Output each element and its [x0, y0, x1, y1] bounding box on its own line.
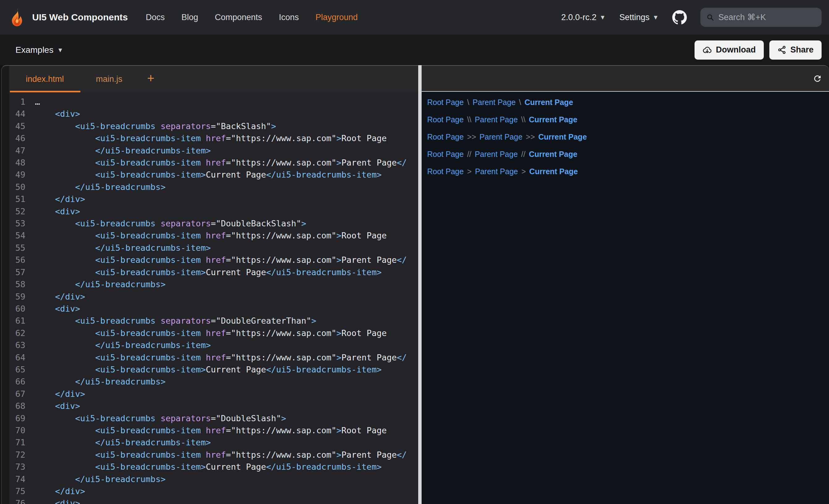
preview-toolbar — [422, 66, 829, 92]
download-button[interactable]: Download — [694, 40, 764, 60]
code-text: </div> — [35, 193, 85, 205]
line-number: 61 — [9, 315, 25, 327]
breadcrumb-link[interactable]: Root Page — [427, 132, 464, 142]
code-lines[interactable]: 1…44 <div>45 <ui5-breadcrumbs separators… — [9, 92, 418, 504]
download-label: Download — [716, 45, 756, 55]
line-number: 72 — [9, 449, 25, 461]
code-line: 69 <ui5-breadcrumbs separators="DoubleSl… — [9, 412, 418, 424]
code-line: 68 <div> — [9, 400, 418, 412]
code-text: </ui5-breadcrumbs> — [35, 473, 166, 485]
search-icon — [707, 13, 714, 22]
code-line: 61 <ui5-breadcrumbs separators="DoubleGr… — [9, 315, 418, 327]
line-number: 55 — [9, 242, 25, 254]
breadcrumb-link[interactable]: Parent Page — [479, 132, 522, 142]
breadcrumb-separator: > — [467, 167, 472, 176]
nav-item-playground[interactable]: Playground — [316, 13, 358, 22]
nav-item-components[interactable]: Components — [215, 13, 262, 22]
breadcrumb-link[interactable]: Parent Page — [475, 115, 518, 124]
breadcrumb-link[interactable]: Parent Page — [475, 167, 518, 176]
breadcrumb-link[interactable]: Parent Page — [475, 150, 518, 159]
line-number: 46 — [9, 132, 25, 144]
code-line: 52 <div> — [9, 205, 418, 218]
nav-item-blog[interactable]: Blog — [181, 13, 198, 22]
breadcrumb-separator: \ — [519, 98, 521, 107]
line-number: 76 — [9, 497, 25, 504]
line-number: 75 — [9, 485, 25, 497]
line-number: 56 — [9, 254, 25, 266]
code-line: 54 <ui5-breadcrumbs-item href="https://w… — [9, 229, 418, 241]
editor-tabs: index.html main.js + — [9, 66, 418, 92]
search-box[interactable] — [700, 8, 822, 27]
breadcrumb-row: Root Page>Parent Page>Current Page — [427, 166, 829, 177]
search-input[interactable] — [718, 13, 816, 22]
breadcrumb-row: Root Page//Parent Page//Current Page — [427, 149, 829, 159]
code-text: </ui5-breadcrumbs> — [35, 278, 166, 290]
version-dropdown[interactable]: 2.0.0-rc.2 ▼ — [561, 13, 606, 22]
code-line: 48 <ui5-breadcrumbs-item href="https://w… — [9, 157, 418, 169]
code-text: <ui5-breadcrumbs-item href="https://www.… — [35, 449, 407, 461]
line-number: 70 — [9, 424, 25, 436]
code-line: 1… — [9, 96, 418, 108]
code-line: 66 </ui5-breadcrumbs> — [9, 376, 418, 388]
code-text: </div> — [35, 290, 85, 303]
code-text: … — [35, 96, 40, 108]
breadcrumb-separator: \\ — [467, 115, 471, 124]
code-line: 62 <ui5-breadcrumbs-item href="https://w… — [9, 327, 418, 339]
code-line: 50 </ui5-breadcrumbs> — [9, 181, 418, 193]
nav-item-icons[interactable]: Icons — [279, 13, 299, 22]
code-text: <ui5-breadcrumbs separators="DoubleGreat… — [35, 315, 316, 327]
code-text: <ui5-breadcrumbs-item href="https://www.… — [35, 254, 407, 266]
code-line: 47 </ui5-breadcrumbs-item> — [9, 145, 418, 157]
code-text: </ui5-breadcrumbs> — [35, 376, 166, 388]
settings-label: Settings — [619, 13, 650, 22]
code-line: 59 </div> — [9, 290, 418, 303]
tab-main-js[interactable]: main.js — [80, 74, 138, 84]
examples-dropdown[interactable]: Examples ▼ — [15, 45, 63, 55]
line-number: 49 — [9, 169, 25, 181]
refresh-icon[interactable] — [813, 74, 822, 83]
code-line: 72 <ui5-breadcrumbs-item href="https://w… — [9, 449, 418, 461]
line-number: 64 — [9, 351, 25, 363]
settings-dropdown[interactable]: Settings ▼ — [619, 13, 659, 22]
github-icon[interactable] — [672, 10, 687, 25]
share-button[interactable]: Share — [769, 40, 822, 60]
code-line: 57 <ui5-breadcrumbs-item>Current Page</u… — [9, 266, 418, 278]
code-text: </ui5-breadcrumbs-item> — [35, 339, 211, 351]
code-text: <ui5-breadcrumbs-item href="https://www.… — [35, 351, 407, 363]
code-text: <div> — [35, 205, 80, 218]
tab-index-html[interactable]: index.html — [9, 74, 80, 84]
code-text: <div> — [35, 497, 80, 504]
line-number: 69 — [9, 412, 25, 424]
ui5-flame-logo-icon — [7, 8, 27, 27]
code-line: 56 <ui5-breadcrumbs-item href="https://w… — [9, 254, 418, 266]
code-text: </div> — [35, 485, 85, 497]
chevron-down-icon: ▼ — [57, 47, 63, 53]
code-line: 64 <ui5-breadcrumbs-item href="https://w… — [9, 351, 418, 363]
breadcrumb-link[interactable]: Root Page — [427, 115, 464, 124]
code-text: <ui5-breadcrumbs separators="BackSlash"> — [35, 120, 276, 132]
nav-item-docs[interactable]: Docs — [146, 13, 165, 22]
code-text: <div> — [35, 108, 80, 120]
breadcrumb-link[interactable]: Root Page — [427, 167, 464, 176]
line-number: 73 — [9, 461, 25, 473]
breadcrumb-link[interactable]: Root Page — [427, 150, 464, 159]
breadcrumb-link[interactable]: Parent Page — [473, 98, 515, 107]
playground-page: UI5 Web Components Docs Blog Components … — [0, 0, 829, 504]
line-number: 52 — [9, 205, 25, 218]
panel-splitter[interactable] — [418, 65, 422, 504]
breadcrumb-link[interactable]: Root Page — [427, 98, 464, 107]
breadcrumb-current-page: Current Page — [538, 132, 587, 142]
code-text: </ui5-breadcrumbs-item> — [35, 436, 211, 449]
line-number: 44 — [9, 108, 25, 120]
breadcrumb-separator: // — [467, 150, 471, 159]
breadcrumb-rows: Root Page\Parent Page\Current PageRoot P… — [427, 97, 829, 177]
header-right: 2.0.0-rc.2 ▼ Settings ▼ — [561, 8, 822, 27]
code-text: <ui5-breadcrumbs-item>Current Page</ui5-… — [35, 169, 382, 181]
code-line: 65 <ui5-breadcrumbs-item>Current Page</u… — [9, 363, 418, 376]
code-text: <ui5-breadcrumbs-item href="https://www.… — [35, 424, 387, 436]
add-tab-button[interactable]: + — [147, 72, 154, 86]
preview-content: Root Page\Parent Page\Current PageRoot P… — [422, 92, 829, 504]
code-line: 51 </div> — [9, 193, 418, 205]
line-number: 45 — [9, 120, 25, 132]
code-line: 73 <ui5-breadcrumbs-item>Current Page</u… — [9, 461, 418, 473]
